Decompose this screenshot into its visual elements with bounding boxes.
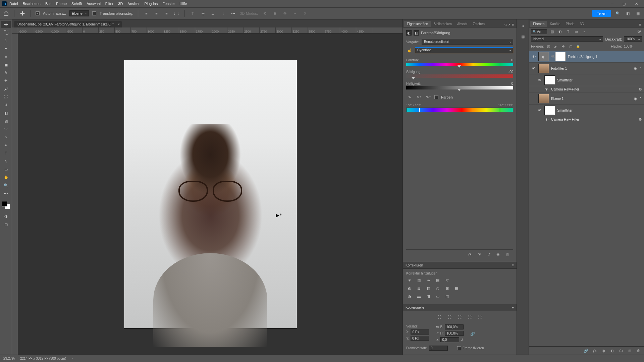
filter-toggle-icon[interactable]: ⦿: [636, 29, 642, 34]
menu-bearbeiten[interactable]: Bearbeiten: [23, 2, 41, 6]
layer-item[interactable]: Ebene 1 ◉ ⌃: [529, 93, 644, 105]
targeted-adjust-icon[interactable]: ☝: [406, 47, 413, 54]
align-bottom-icon[interactable]: ⊥: [210, 10, 216, 17]
smart-filter-indicator-icon[interactable]: ◉: [634, 66, 637, 71]
adj-bw-icon[interactable]: ◧: [425, 285, 432, 291]
dock-history-icon[interactable]: ▦: [519, 33, 527, 40]
delete-layer-icon[interactable]: 🗑: [635, 348, 641, 353]
menu-plugins[interactable]: Plug-ins: [144, 2, 158, 6]
scale-w-input[interactable]: [445, 324, 464, 329]
color-swatch[interactable]: [2, 201, 10, 209]
preset-dropdown[interactable]: Benutzerdefiniert: [422, 39, 513, 45]
dock-expand-icon[interactable]: ‹‹: [519, 22, 527, 29]
menu-bild[interactable]: Bild: [45, 2, 51, 6]
eyedropper-sub-icon[interactable]: ✎⁻: [425, 94, 432, 100]
colorize-checkbox[interactable]: [434, 95, 438, 99]
lock-all-icon[interactable]: 🔒: [575, 44, 581, 49]
align-left-icon[interactable]: ≡: [143, 10, 150, 17]
tab-kanaele[interactable]: Kanäle: [547, 21, 563, 27]
visibility-toggle[interactable]: 👁: [531, 55, 536, 59]
eyedropper-icon[interactable]: ✎: [406, 94, 413, 100]
tab-zeichen[interactable]: Zeichen: [470, 21, 487, 27]
move-tool[interactable]: [1, 21, 11, 28]
align-top-icon[interactable]: ⊤: [190, 10, 196, 17]
arrange-documents-icon[interactable]: ▦: [635, 10, 641, 17]
filter-mask-thumb[interactable]: [544, 75, 555, 85]
auto-select-target[interactable]: Ebene: [69, 10, 89, 16]
blend-mode-dropdown[interactable]: Normal: [531, 36, 603, 42]
tab-3d[interactable]: 3D: [577, 21, 587, 27]
filter-entry[interactable]: 👁 Camera Raw-Filter ⚙: [529, 116, 644, 123]
smart-filter-indicator-icon[interactable]: ◉: [634, 97, 637, 101]
adj-gradientmap-icon[interactable]: ▭: [434, 293, 441, 299]
angle-input[interactable]: [440, 337, 459, 342]
auto-select-checkbox[interactable]: [36, 11, 40, 15]
adj-invert-icon[interactable]: ◑: [406, 293, 413, 299]
gradient-tool[interactable]: ▨: [1, 117, 11, 125]
frame-lock-checkbox[interactable]: [457, 346, 461, 350]
brush-tool[interactable]: 🖌: [1, 85, 11, 93]
lasso-tool[interactable]: ⌇: [1, 37, 11, 44]
adj-brightness-icon[interactable]: ☀: [406, 277, 413, 283]
filter-mask-thumb[interactable]: [544, 106, 555, 115]
hand-tool[interactable]: ✋: [1, 174, 11, 181]
clone-source-2[interactable]: ⛶: [446, 314, 453, 320]
fill-input[interactable]: 100%: [624, 45, 642, 48]
pen-tool[interactable]: ✒: [1, 141, 11, 149]
filter-adjust-icon[interactable]: ◐: [557, 29, 563, 34]
adj-photofilter-icon[interactable]: ◎: [434, 285, 441, 291]
close-panel-icon[interactable]: ×: [508, 22, 510, 26]
menu-schrift[interactable]: Schrift: [71, 2, 82, 6]
adj-vibrance-icon[interactable]: ▽: [444, 277, 450, 283]
minimize-button[interactable]: ─: [606, 0, 618, 7]
share-button[interactable]: Teilen: [592, 10, 611, 17]
tab-eigenschaften[interactable]: Eigenschaften: [404, 21, 431, 27]
link-layers-icon[interactable]: 🔗: [583, 348, 589, 353]
path-tool[interactable]: ↖: [1, 158, 11, 165]
adj-colorlookup-icon[interactable]: ▦: [453, 285, 460, 291]
align-right-icon[interactable]: ≡: [163, 10, 170, 17]
offset-y-input[interactable]: [411, 336, 429, 341]
zoom-tool[interactable]: 🔍: [1, 182, 11, 189]
tab-absatz[interactable]: Absatz: [454, 21, 470, 27]
filter-shape-icon[interactable]: ▭: [573, 29, 579, 34]
ruler-origin[interactable]: [12, 27, 18, 34]
align-center-h-icon[interactable]: ≡: [153, 10, 160, 17]
maximize-button[interactable]: ▢: [619, 0, 630, 7]
visibility-toggle[interactable]: 👁: [531, 66, 536, 70]
move-tool-icon[interactable]: [19, 10, 26, 17]
tab-ebenen[interactable]: Ebenen: [530, 21, 547, 27]
visibility-toggle[interactable]: 👁: [537, 108, 542, 112]
filter-entry[interactable]: 👁 Camera Raw-Filter ⚙: [529, 86, 644, 93]
layer-mask-thumb[interactable]: [555, 52, 566, 61]
korrekturen-header[interactable]: Korrekturen ≡: [403, 262, 517, 269]
expand-icon[interactable]: ⌃: [639, 66, 642, 71]
clone-source-1[interactable]: ⛶: [436, 314, 443, 320]
edit-toolbar[interactable]: •••: [1, 190, 11, 197]
lightness-slider[interactable]: [406, 86, 513, 89]
workspace-switcher-icon[interactable]: ◧: [625, 10, 631, 17]
hue-slider[interactable]: [406, 63, 513, 66]
menu-fenster[interactable]: Fenster: [162, 2, 175, 6]
menu-datei[interactable]: Datei: [9, 2, 18, 6]
filter-pixel-icon[interactable]: ▧: [549, 29, 555, 34]
visibility-toggle[interactable]: 👁: [537, 78, 542, 82]
adj-exposure-icon[interactable]: ▤: [434, 277, 441, 283]
layer-name[interactable]: Ebene 1: [551, 97, 564, 101]
layer-name[interactable]: Fotofilter 1: [551, 67, 567, 70]
rotate-icon[interactable]: ∡: [436, 338, 439, 342]
wand-tool[interactable]: ✦: [1, 45, 11, 52]
link-wh-icon[interactable]: 🔗: [470, 332, 475, 336]
close-tab-icon[interactable]: ×: [118, 22, 120, 26]
layer-style-icon[interactable]: ƒx: [592, 348, 598, 353]
menu-filter[interactable]: Filter: [105, 2, 113, 6]
panel-menu-icon[interactable]: ≡: [512, 22, 514, 26]
type-tool[interactable]: T: [1, 149, 11, 157]
frame-tool[interactable]: ▣: [1, 61, 11, 68]
smartfilter-row[interactable]: 👁 Smartfilter: [529, 105, 644, 116]
filter-name[interactable]: Camera Raw-Filter: [551, 118, 579, 121]
shape-tool[interactable]: ▭: [1, 166, 11, 173]
filter-type-icon[interactable]: T: [565, 29, 571, 34]
filter-name[interactable]: Camera Raw-Filter: [551, 87, 579, 91]
new-layer-icon[interactable]: ⊞: [627, 348, 633, 353]
